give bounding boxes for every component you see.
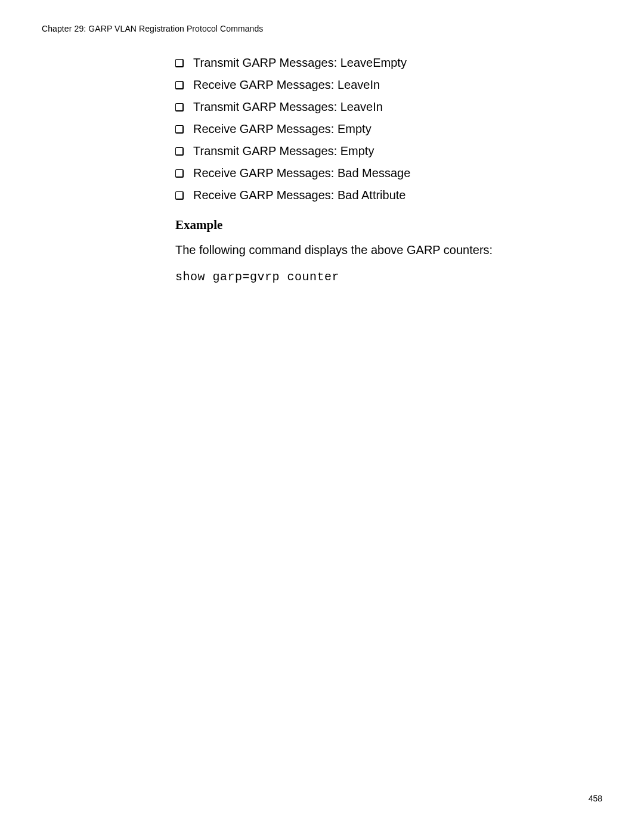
list-item: Transmit GARP Messages: LeaveIn bbox=[175, 100, 605, 114]
list-item-text: Transmit GARP Messages: Empty bbox=[193, 144, 374, 158]
list-item-text: Transmit GARP Messages: LeaveIn bbox=[193, 100, 383, 114]
checkbox-bullet-icon bbox=[175, 169, 184, 178]
checkbox-bullet-icon bbox=[175, 125, 184, 134]
main-content: Transmit GARP Messages: LeaveEmpty Recei… bbox=[175, 56, 605, 284]
example-code: show garp=gvrp counter bbox=[175, 270, 605, 284]
example-paragraph: The following command displays the above… bbox=[175, 243, 605, 257]
list-item: Receive GARP Messages: Bad Attribute bbox=[175, 188, 605, 202]
list-item-text: Receive GARP Messages: Bad Attribute bbox=[193, 188, 405, 202]
bullet-list: Transmit GARP Messages: LeaveEmpty Recei… bbox=[175, 56, 605, 202]
list-item-text: Receive GARP Messages: LeaveIn bbox=[193, 78, 380, 92]
checkbox-bullet-icon bbox=[175, 103, 184, 112]
document-page: Chapter 29: GARP VLAN Registration Proto… bbox=[0, 0, 644, 833]
example-heading: Example bbox=[175, 218, 605, 233]
list-item: Transmit GARP Messages: LeaveEmpty bbox=[175, 56, 605, 70]
page-number: 458 bbox=[589, 794, 602, 803]
list-item: Receive GARP Messages: Bad Message bbox=[175, 166, 605, 180]
list-item-text: Receive GARP Messages: Bad Message bbox=[193, 166, 410, 180]
checkbox-bullet-icon bbox=[175, 81, 184, 89]
checkbox-bullet-icon bbox=[175, 59, 184, 67]
list-item: Receive GARP Messages: Empty bbox=[175, 122, 605, 136]
checkbox-bullet-icon bbox=[175, 191, 184, 200]
page-header: Chapter 29: GARP VLAN Registration Proto… bbox=[42, 24, 602, 33]
list-item-text: Receive GARP Messages: Empty bbox=[193, 122, 371, 136]
checkbox-bullet-icon bbox=[175, 147, 184, 156]
list-item: Transmit GARP Messages: Empty bbox=[175, 144, 605, 158]
list-item-text: Transmit GARP Messages: LeaveEmpty bbox=[193, 56, 407, 70]
list-item: Receive GARP Messages: LeaveIn bbox=[175, 78, 605, 92]
